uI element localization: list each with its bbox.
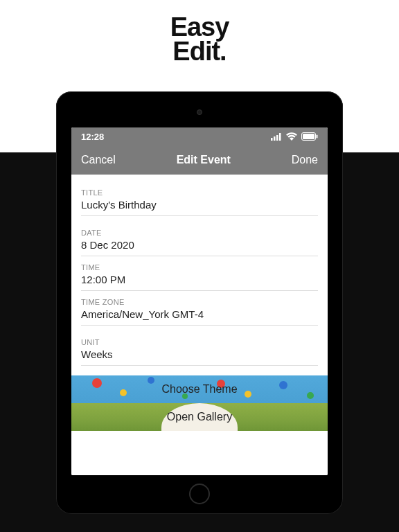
status-indicators — [271, 132, 318, 141]
open-gallery-label: Open Gallery — [167, 411, 232, 423]
tablet-frame: 12:28 Cancel Edit Event Done TITLE Lucky… — [56, 91, 343, 514]
form-content: TITLE Lucky's Birthday DATE 8 Dec 2020 T… — [71, 175, 328, 475]
unit-field[interactable]: Weeks — [81, 346, 318, 366]
open-gallery-button[interactable]: Open Gallery — [71, 403, 328, 431]
unit-label: UNIT — [81, 338, 318, 346]
device-screen: 12:28 Cancel Edit Event Done TITLE Lucky… — [71, 127, 328, 475]
home-button[interactable] — [189, 484, 210, 504]
cellular-icon — [271, 133, 282, 141]
choose-theme-button[interactable]: Choose Theme — [71, 375, 328, 403]
nav-bar: Cancel Edit Event Done — [71, 145, 328, 175]
timezone-field[interactable]: America/New_York GMT-4 — [81, 306, 318, 326]
hero-heading: Easy Edit. — [0, 0, 399, 91]
device-camera-icon — [197, 109, 202, 115]
done-button[interactable]: Done — [292, 154, 318, 166]
time-field[interactable]: 12:00 PM — [81, 272, 318, 291]
time-label: TIME — [81, 263, 318, 272]
hero-line2: Edit. — [172, 37, 226, 66]
timezone-label: TIME ZONE — [81, 298, 318, 306]
date-field[interactable]: 8 Dec 2020 — [81, 237, 318, 256]
date-label: DATE — [81, 229, 318, 237]
svg-rect-2 — [276, 135, 278, 141]
svg-rect-1 — [274, 136, 276, 141]
battery-icon — [301, 132, 318, 141]
title-field[interactable]: Lucky's Birthday — [81, 197, 318, 216]
status-time: 12:28 — [81, 132, 104, 142]
choose-theme-label: Choose Theme — [161, 383, 237, 396]
page-title: Edit Event — [177, 154, 231, 166]
title-label: TITLE — [81, 188, 318, 197]
svg-rect-0 — [271, 138, 273, 141]
svg-rect-6 — [317, 135, 318, 139]
wifi-icon — [286, 132, 297, 141]
cancel-button[interactable]: Cancel — [81, 154, 116, 166]
svg-rect-5 — [303, 134, 314, 139]
status-bar: 12:28 — [71, 127, 328, 145]
svg-rect-3 — [279, 133, 281, 141]
